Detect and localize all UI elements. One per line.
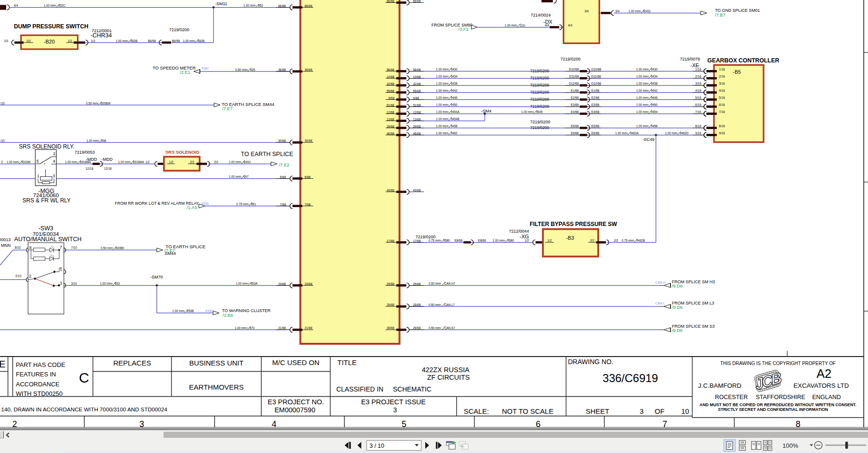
- svg-text:4/16: 4/16: [719, 89, 725, 92]
- svg-text:NOT TO SCALE: NOT TO SCALE: [502, 407, 553, 415]
- svg-text:ROCESTER: ROCESTER: [715, 394, 748, 401]
- svg-text:1.00 mm²: 1.00 mm²: [436, 96, 449, 99]
- svg-text:1/2: 1/2: [68, 39, 72, 43]
- svg-text:66/68: 66/68: [387, 0, 395, 3]
- svg-text:9580: 9580: [443, 239, 450, 242]
- svg-text:26/68: 26/68: [413, 303, 421, 306]
- svg-text:SCALE:: SCALE:: [464, 407, 489, 415]
- svg-text:9454: 9454: [651, 110, 658, 113]
- svg-text:6/16: 6/16: [695, 103, 701, 106]
- svg-text:25/68: 25/68: [413, 282, 421, 286]
- svg-text:SRS & FR WL RLY: SRS & FR WL RLY: [23, 197, 71, 204]
- svg-text:21/68: 21/68: [305, 326, 313, 330]
- svg-text:0.50 mm²: 0.50 mm²: [101, 246, 113, 250]
- svg-text:1.00 mm²: 1.00 mm²: [118, 160, 131, 164]
- svg-text:0.50 mm²: 0.50 mm²: [86, 102, 99, 105]
- svg-text:/9.D6: /9.D6: [672, 328, 683, 333]
- svg-text:7219/0078: 7219/0078: [680, 57, 700, 61]
- svg-text:FILTER BYPASS PRESSURE SW: FILTER BYPASS PRESSURE SW: [530, 221, 618, 227]
- svg-text:7/68: 7/68: [305, 203, 311, 206]
- svg-text:ZF CIRCUITS: ZF CIRCUITS: [427, 374, 470, 381]
- svg-text:46/68: 46/68: [387, 132, 395, 135]
- svg-text:7: 7: [60, 245, 62, 250]
- svg-text:425: 425: [250, 68, 255, 71]
- svg-text:2/2: 2/2: [590, 239, 594, 242]
- svg-text:55/68: 55/68: [413, 89, 421, 93]
- svg-text:7214/0024: 7214/0024: [531, 13, 551, 17]
- svg-text:1.00 mm²: 1.00 mm²: [235, 326, 248, 330]
- svg-text:600BK: 600BK: [115, 246, 125, 250]
- svg-text:3: 3: [393, 406, 397, 414]
- svg-text:8/16: 8/16: [719, 124, 725, 128]
- svg-text:7212/0044: 7212/0044: [509, 229, 529, 234]
- svg-text:21/68: 21/68: [278, 326, 286, 330]
- svg-text:E6/66: E6/66: [571, 131, 579, 135]
- svg-text:852: 852: [258, 4, 263, 7]
- svg-text:EXCAVATORS LTD: EXCAVATORS LTD: [793, 382, 849, 389]
- svg-text:7219/0200: 7219/0200: [530, 90, 549, 95]
- svg-text:/3.F2: /3.F2: [458, 26, 469, 32]
- svg-text:0.50 mm²: 0.50 mm²: [429, 282, 441, 285]
- svg-text:4: 4: [272, 419, 276, 427]
- svg-text:28/68: 28/68: [413, 326, 421, 330]
- svg-text:7219/0200: 7219/0200: [530, 125, 549, 130]
- svg-text:JCB: JCB: [753, 369, 782, 393]
- svg-text:9446: 9446: [651, 96, 658, 99]
- svg-text:1.00 mm²: 1.00 mm²: [436, 110, 449, 113]
- svg-text:D12/66: D12/66: [569, 82, 579, 85]
- svg-text:2: 2: [53, 151, 55, 156]
- svg-text:12/68: 12/68: [413, 111, 421, 114]
- svg-text:/10: /10: [0, 102, 5, 105]
- svg-text:E4/66: E4/66: [592, 110, 600, 113]
- svg-text:MNN: MNN: [1, 243, 11, 248]
- svg-text:1.00 mm²: 1.00 mm²: [229, 175, 241, 178]
- svg-text:-MDD: -MDD: [102, 157, 113, 162]
- svg-text:9450: 9450: [451, 103, 458, 106]
- svg-text:9458: 9458: [451, 124, 458, 128]
- svg-text:7219/0200: 7219/0200: [530, 104, 549, 109]
- svg-text:-SM11: -SM11: [215, 1, 227, 6]
- svg-text:9442: 9442: [451, 89, 458, 92]
- svg-text:6916M: 6916M: [21, 160, 30, 164]
- svg-text:1.00 mm²: 1.00 mm²: [493, 239, 506, 242]
- svg-text:D12/66: D12/66: [592, 82, 602, 85]
- svg-text:4/4: 4/4: [14, 4, 18, 7]
- svg-text:600BW: 600BW: [101, 102, 111, 105]
- svg-text:56/68: 56/68: [387, 68, 395, 71]
- svg-text:1.00 mm²: 1.00 mm²: [436, 89, 449, 92]
- svg-text:17/68: 17/68: [413, 239, 421, 243]
- svg-text:1/2: 1/2: [169, 160, 173, 164]
- svg-text:0.50 mm²: 0.50 mm²: [235, 68, 248, 71]
- svg-text:CLASSIFIED IN: CLASSIFIED IN: [336, 385, 384, 393]
- svg-text:1.00 mm²: 1.00 mm²: [65, 160, 78, 164]
- svg-text:1: 1: [60, 267, 62, 271]
- svg-text:5/16: 5/16: [695, 96, 701, 99]
- svg-text:9462D: 9462D: [680, 131, 689, 135]
- svg-text:1/2: 1/2: [548, 239, 552, 242]
- svg-text:9430: 9430: [451, 68, 458, 71]
- svg-text:7219/0200: 7219/0200: [530, 69, 549, 73]
- svg-text:1/2: 1/2: [524, 239, 529, 242]
- svg-text:J.C.BAMFORD: J.C.BAMFORD: [698, 382, 742, 389]
- svg-text:1.00 mm²: 1.00 mm²: [229, 160, 241, 164]
- svg-text:111L: 111L: [519, 24, 526, 27]
- svg-text:TO EARTH SPLICE: TO EARTH SPLICE: [241, 151, 293, 157]
- svg-text:OF: OF: [655, 407, 665, 415]
- svg-text:653A: 653A: [250, 282, 258, 285]
- svg-text:CAN H: CAN H: [655, 281, 666, 284]
- svg-text:600U: 600U: [244, 160, 251, 164]
- svg-text:6916MA: 6916MA: [133, 160, 144, 164]
- svg-text:/7.E2: /7.E2: [279, 162, 289, 167]
- svg-text:/10: /10: [0, 139, 5, 142]
- svg-text:E1/66: E1/66: [592, 89, 600, 92]
- svg-text:PART HAS CODE: PART HAS CODE: [16, 361, 66, 368]
- svg-text:-B20: -B20: [44, 39, 55, 44]
- svg-text:3/10: 3/10: [71, 282, 77, 285]
- svg-text:5: 5: [36, 159, 39, 164]
- svg-text:4/4: 4/4: [545, 24, 549, 27]
- svg-text:0.75 mm²: 0.75 mm²: [236, 202, 249, 206]
- svg-text:E8/66: E8/66: [455, 239, 463, 242]
- svg-text:3: 3: [60, 281, 62, 286]
- svg-text:D11/66: D11/66: [592, 75, 602, 78]
- svg-text:1.00 mm²: 1.00 mm²: [436, 103, 449, 106]
